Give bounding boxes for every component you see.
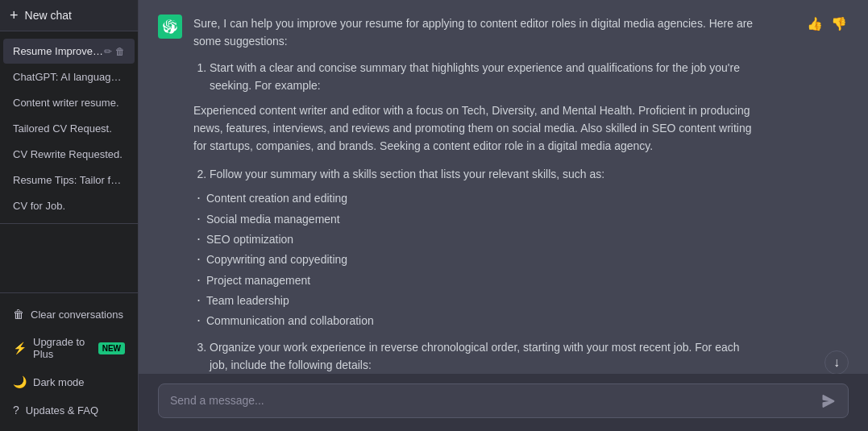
clear-conversations-icon: 🗑 — [13, 308, 24, 321]
chat-area: Sure, I can help you improve your resume… — [139, 0, 868, 374]
sidebar-action-clear-conversations[interactable]: 🗑Clear conversations — [3, 300, 135, 328]
chat-item-label: Content writer resume. — [13, 97, 125, 109]
upgrade-to-plus-icon: ⚡ — [13, 342, 27, 354]
sidebar-item-resume-improvement[interactable]: Resume Improvement A✏🗑 — [3, 39, 135, 64]
main-panel: Sure, I can help you improve your resume… — [139, 0, 868, 431]
skill-item: Social media management — [193, 210, 758, 228]
message-points: Start with a clear and concise summary t… — [210, 59, 758, 95]
chat-item-label: CV Rewrite Requested. — [13, 148, 125, 160]
skill-item: Project management — [193, 271, 758, 289]
sidebar-item-cv-rewrite[interactable]: CV Rewrite Requested. — [3, 142, 135, 167]
new-chat-button[interactable]: + New chat — [0, 0, 138, 31]
skills-list: Content creation and editingSocial media… — [193, 189, 758, 330]
sidebar: + New chat Resume Improvement A✏🗑ChatGPT… — [0, 0, 139, 431]
summary-example: Experienced content writer and editor wi… — [193, 102, 758, 155]
sidebar-item-cv-for-job[interactable]: CV for Job. — [3, 193, 135, 218]
clear-conversations-label: Clear conversations — [31, 309, 123, 321]
chat-item-label: CV for Job. — [13, 200, 125, 212]
new-badge: NEW — [98, 342, 125, 354]
new-chat-label: New chat — [25, 9, 72, 22]
chat-history: Resume Improvement A✏🗑ChatGPT: AI langua… — [0, 31, 138, 292]
skill-item: Team leadership — [193, 292, 758, 309]
sidebar-item-resume-tips[interactable]: Resume Tips: Tailor for Job — [3, 168, 135, 193]
new-chat-icon: + — [10, 8, 19, 23]
input-area — [139, 374, 868, 431]
message-input[interactable] — [170, 392, 812, 409]
sidebar-item-content-writer[interactable]: Content writer resume. — [3, 90, 135, 115]
point1: Start with a clear and concise summary t… — [210, 59, 758, 95]
point3: Organize your work experience in reverse… — [210, 338, 758, 374]
skill-item: Communication and collaboration — [193, 312, 758, 329]
point2-list: Follow your summary with a skills sectio… — [210, 165, 758, 183]
thumbs-down-button[interactable]: 👎 — [829, 15, 849, 33]
assistant-message: Sure, I can help you improve your resume… — [139, 0, 868, 374]
sidebar-bottom: 🗑Clear conversations⚡Upgrade to PlusNEW🌙… — [0, 292, 138, 431]
upgrade-to-plus-label: Upgrade to Plus — [33, 336, 92, 360]
message-intro: Sure, I can help you improve your resume… — [193, 15, 758, 51]
thumbs-up-button[interactable]: 👍 — [805, 15, 824, 33]
input-wrapper — [158, 383, 849, 418]
trash-icon[interactable]: 🗑 — [115, 46, 125, 57]
sidebar-item-chatgpt-ai[interactable]: ChatGPT: AI language model. — [3, 64, 135, 89]
edit-icon[interactable]: ✏ — [104, 46, 112, 57]
dark-mode-icon: 🌙 — [13, 375, 27, 388]
chat-item-label: ChatGPT: AI language model. — [13, 71, 125, 83]
sidebar-action-upgrade-to-plus[interactable]: ⚡Upgrade to PlusNEW — [3, 329, 135, 367]
skill-item: Content creation and editing — [193, 189, 758, 207]
scroll-to-bottom-button[interactable]: ↓ — [824, 350, 849, 375]
skill-item: SEO optimization — [193, 230, 758, 248]
sidebar-action-updates-faq[interactable]: ?Updates & FAQ — [3, 396, 135, 424]
message-text: Sure, I can help you improve your resume… — [193, 15, 758, 374]
updates-faq-label: Updates & FAQ — [26, 404, 98, 416]
avatar — [158, 15, 182, 39]
message-actions: 👍 👎 — [805, 15, 849, 33]
sidebar-item-tailored-cv[interactable]: Tailored CV Request. — [3, 116, 135, 141]
send-button[interactable] — [820, 393, 837, 409]
updates-faq-icon: ? — [13, 404, 19, 416]
point3-list: Organize your work experience in reverse… — [210, 338, 758, 374]
chat-item-label: Resume Improvement A — [13, 45, 104, 57]
skill-item: Copywriting and copyediting — [193, 251, 758, 268]
point2: Follow your summary with a skills sectio… — [210, 165, 758, 183]
sidebar-action-dark-mode[interactable]: 🌙Dark mode — [3, 368, 135, 396]
dark-mode-label: Dark mode — [33, 376, 85, 388]
chat-item-label: Tailored CV Request. — [13, 122, 125, 135]
chat-item-label: Resume Tips: Tailor for Job — [13, 174, 125, 186]
